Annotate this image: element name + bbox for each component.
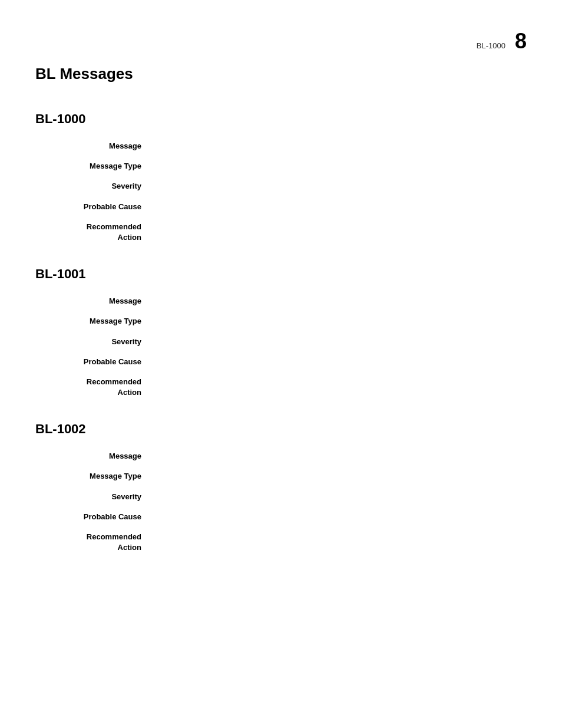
field-label-BL-1001-4: RecommendedAction (35, 377, 153, 398)
page-header: BL-1000 8 (477, 31, 527, 52)
field-label-BL-1001-2: Severity (35, 337, 153, 347)
field-label-BL-1000-1: Message Type (35, 161, 153, 172)
field-value-BL-1001-3 (153, 357, 527, 367)
field-row-BL-1001-0: Message (35, 296, 527, 307)
field-value-BL-1000-0 (153, 141, 527, 151)
field-value-BL-1002-1 (153, 471, 527, 482)
field-row-BL-1002-2: Severity (35, 492, 527, 502)
field-value-BL-1002-2 (153, 492, 527, 502)
field-row-BL-1000-2: Severity (35, 181, 527, 192)
field-row-BL-1002-1: Message Type (35, 471, 527, 482)
field-label-BL-1001-3: Probable Cause (35, 357, 153, 367)
message-section-BL-1002: BL-1002MessageMessage TypeSeverityProbab… (35, 421, 527, 553)
field-row-BL-1000-4: RecommendedAction (35, 222, 527, 243)
field-row-BL-1002-0: Message (35, 451, 527, 462)
field-value-BL-1001-4 (153, 377, 527, 398)
field-row-BL-1001-3: Probable Cause (35, 357, 527, 367)
section-heading-BL-1002: BL-1002 (35, 421, 527, 437)
field-value-BL-1001-1 (153, 316, 527, 327)
field-label-BL-1002-1: Message Type (35, 471, 153, 482)
field-row-BL-1001-2: Severity (35, 337, 527, 347)
field-label-BL-1000-0: Message (35, 141, 153, 151)
field-label-BL-1001-0: Message (35, 296, 153, 307)
chapter-title: BL Messages (35, 65, 527, 83)
field-value-BL-1000-2 (153, 181, 527, 192)
section-heading-BL-1000: BL-1000 (35, 111, 527, 127)
field-label-BL-1002-4: RecommendedAction (35, 532, 153, 553)
field-row-BL-1002-4: RecommendedAction (35, 532, 527, 553)
page-number: 8 (515, 31, 527, 52)
field-label-BL-1000-4: RecommendedAction (35, 222, 153, 243)
field-value-BL-1000-3 (153, 202, 527, 212)
field-value-BL-1002-4 (153, 532, 527, 553)
field-row-BL-1000-1: Message Type (35, 161, 527, 172)
field-value-BL-1001-2 (153, 337, 527, 347)
field-row-BL-1001-1: Message Type (35, 316, 527, 327)
field-row-BL-1002-3: Probable Cause (35, 512, 527, 522)
sections-container: BL-1000MessageMessage TypeSeverityProbab… (35, 111, 527, 553)
field-row-BL-1001-4: RecommendedAction (35, 377, 527, 398)
field-label-BL-1000-2: Severity (35, 181, 153, 192)
field-label-BL-1002-2: Severity (35, 492, 153, 502)
field-value-BL-1002-3 (153, 512, 527, 522)
field-row-BL-1000-0: Message (35, 141, 527, 151)
field-value-BL-1001-0 (153, 296, 527, 307)
page-content: BL Messages BL-1000MessageMessage TypeSe… (0, 0, 562, 612)
field-label-BL-1002-0: Message (35, 451, 153, 462)
field-label-BL-1001-1: Message Type (35, 316, 153, 327)
message-section-BL-1000: BL-1000MessageMessage TypeSeverityProbab… (35, 111, 527, 243)
message-section-BL-1001: BL-1001MessageMessage TypeSeverityProbab… (35, 266, 527, 398)
field-value-BL-1000-1 (153, 161, 527, 172)
field-value-BL-1000-4 (153, 222, 527, 243)
field-label-BL-1000-3: Probable Cause (35, 202, 153, 212)
field-label-BL-1002-3: Probable Cause (35, 512, 153, 522)
section-heading-BL-1001: BL-1001 (35, 266, 527, 282)
field-row-BL-1000-3: Probable Cause (35, 202, 527, 212)
header-label: BL-1000 (477, 41, 505, 50)
field-value-BL-1002-0 (153, 451, 527, 462)
